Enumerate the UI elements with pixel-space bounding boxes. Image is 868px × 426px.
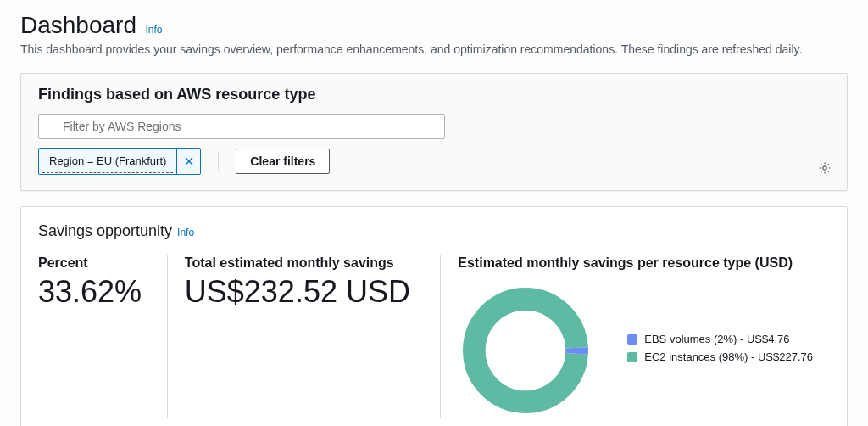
total-savings-label: Total estimated monthly savings	[185, 255, 423, 271]
findings-card: Findings based on AWS resource type Regi…	[20, 73, 848, 191]
chart-title: Estimated monthly savings per resource t…	[458, 255, 813, 271]
legend-swatch	[627, 334, 637, 345]
dashboard-info-link[interactable]: Info	[145, 24, 162, 36]
legend-item-ebs: EBS volumes (2%) - US$4.76	[627, 333, 813, 345]
legend-label: EC2 instances (98%) - US$227.76	[644, 350, 813, 363]
savings-card: Savings opportunity Info Percent 33.62% …	[20, 206, 848, 426]
findings-title: Findings based on AWS resource type	[38, 86, 830, 104]
total-savings-value: US$232.52 USD	[185, 274, 423, 310]
percent-label: Percent	[38, 255, 150, 271]
filter-divider	[218, 151, 219, 171]
chart-legend: EBS volumes (2%) - US$4.76 EC2 instances…	[627, 333, 813, 368]
page-title: Dashboard	[20, 12, 136, 39]
gear-icon[interactable]	[818, 161, 832, 175]
page-subtitle: This dashboard provides your savings ove…	[20, 42, 848, 56]
legend-item-ec2: EC2 instances (98%) - US$227.76	[627, 350, 813, 363]
region-filter-token-remove[interactable]	[176, 149, 200, 174]
percent-value: 33.62%	[38, 274, 150, 310]
svg-point-4	[823, 166, 826, 170]
region-filter-token-label: Region = EU (Frankfurt)	[42, 149, 173, 173]
close-icon	[184, 156, 194, 166]
region-filter-token[interactable]: Region = EU (Frankfurt)	[38, 148, 201, 175]
legend-label: EBS volumes (2%) - US$4.76	[644, 333, 789, 345]
savings-info-link[interactable]: Info	[177, 227, 194, 238]
savings-donut-chart	[458, 283, 593, 418]
donut-slice-ec2	[475, 299, 577, 401]
legend-swatch	[627, 352, 637, 362]
region-filter-input[interactable]	[38, 114, 445, 139]
savings-title: Savings opportunity	[38, 222, 172, 240]
clear-filters-button[interactable]: Clear filters	[236, 149, 330, 174]
